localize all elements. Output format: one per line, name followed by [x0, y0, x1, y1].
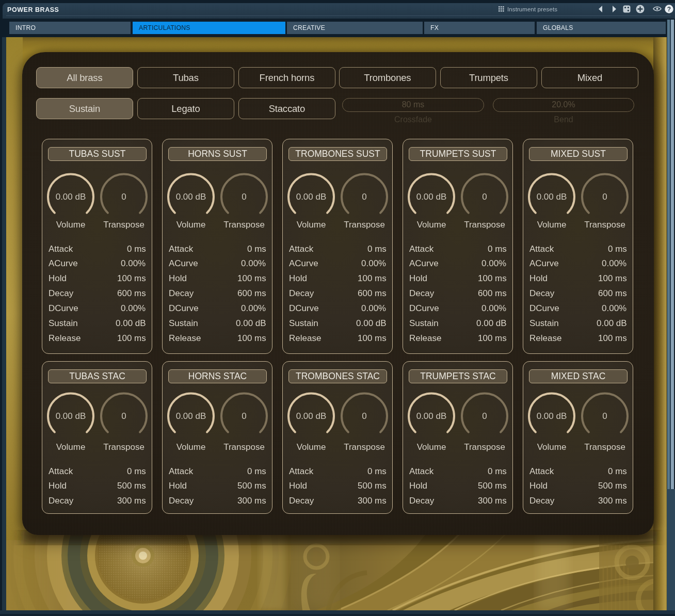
svg-text:?: ?: [667, 6, 671, 13]
